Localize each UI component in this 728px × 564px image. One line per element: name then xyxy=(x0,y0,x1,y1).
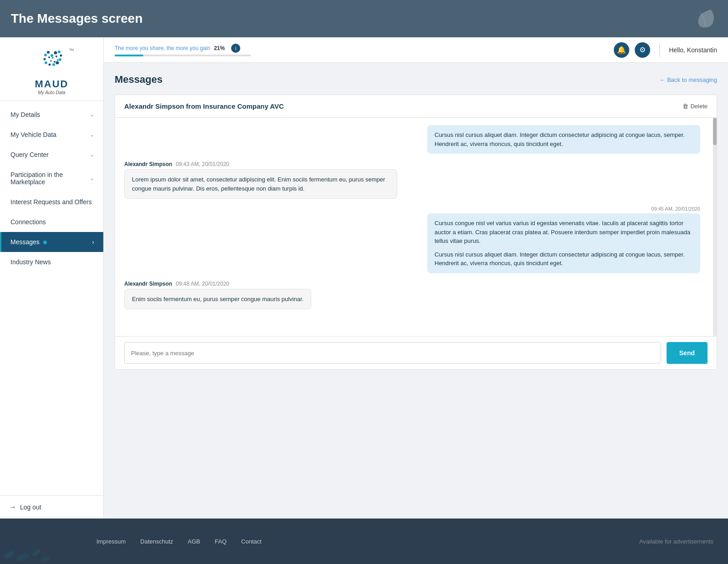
chevron-down-icon: ⌄ xyxy=(90,175,94,181)
message-outgoing-1: Cursus nisl cursus aliquet diam. Integer… xyxy=(124,125,708,154)
message-incoming-1: Alexandr Simpson 09:43 AM, 20/01/2020 Lo… xyxy=(124,161,708,199)
sidebar-item-messages[interactable]: Messages › xyxy=(0,232,103,252)
sidebar: TM MAUD xyxy=(0,37,104,519)
settings-button[interactable]: ⚙ xyxy=(635,42,650,58)
chat-area: Cursus nisl cursus aliquet diam. Integer… xyxy=(115,118,717,336)
msg-time-1: 09:43 AM, 20/01/2020 xyxy=(176,161,229,167)
outgoing-bubble-2: Cursus congue nisl vel varius varius id … xyxy=(427,213,700,273)
messages-header: Messages ← Back to messaging xyxy=(115,74,717,86)
send-button[interactable]: Send xyxy=(667,342,708,364)
svg-text:TM: TM xyxy=(69,48,74,51)
message-outgoing-2: 09:45 AM, 20/01/2020 Cursus congue nisl … xyxy=(124,206,708,273)
svg-point-5 xyxy=(59,58,61,61)
svg-point-17 xyxy=(50,60,52,62)
sidebar-item-query-center[interactable]: Query Center ⌄ xyxy=(0,145,103,165)
chevron-right-icon: › xyxy=(92,238,94,246)
trash-icon: 🗑 xyxy=(682,103,688,110)
scrollbar[interactable] xyxy=(713,118,717,336)
incoming-bubble-2: Enim sociis fermentum eu, purus semper c… xyxy=(124,289,311,310)
svg-point-22 xyxy=(11,542,21,550)
svg-point-2 xyxy=(54,51,57,55)
top-bar: The more you share, the more you gain 21… xyxy=(104,37,728,63)
chevron-down-icon: ⌄ xyxy=(90,151,94,158)
notifications-button[interactable]: 🔔 xyxy=(614,42,629,58)
incoming-bubble-1: Lorem ipsum dolor sit amet, consectetur … xyxy=(124,169,397,199)
footer-link-faq[interactable]: FAQ xyxy=(215,538,227,545)
svg-point-19 xyxy=(3,550,15,560)
progress-percent: 21% xyxy=(214,45,225,51)
sidebar-item-my-details[interactable]: My Details ⌄ xyxy=(0,105,103,125)
progress-label-text: The more you share, the more you gain xyxy=(115,45,210,51)
logo-brand-text: MAUD xyxy=(35,78,69,90)
chevron-down-icon: ⌄ xyxy=(90,111,94,118)
message-input[interactable] xyxy=(124,342,661,364)
sidebar-logo-area: TM MAUD xyxy=(0,37,103,101)
sidebar-logo: TM xyxy=(29,46,75,78)
outgoing-bubble-1: Cursus nisl cursus aliquet diam. Integer… xyxy=(427,125,700,154)
svg-point-10 xyxy=(43,58,46,60)
sender-name-1: Alexandr Simpson xyxy=(124,161,172,167)
svg-point-18 xyxy=(48,56,50,58)
svg-point-8 xyxy=(48,64,51,66)
svg-point-24 xyxy=(40,556,51,563)
sidebar-item-interest-requests[interactable]: Interest Requests and Offers xyxy=(0,192,103,212)
footer-link-agb[interactable]: AGB xyxy=(188,538,200,545)
svg-point-7 xyxy=(52,63,55,66)
thread-from-label: Alexandr Simpson from Insurance Company … xyxy=(124,102,284,110)
footer-link-datenschutz[interactable]: Datenschutz xyxy=(140,538,173,545)
back-to-messaging-link[interactable]: ← Back to messaging xyxy=(660,76,717,83)
svg-point-16 xyxy=(54,61,56,63)
messages-title: Messages xyxy=(115,74,162,86)
thread-header: Alexandr Simpson from Insurance Company … xyxy=(115,95,717,118)
msg-time-3: 09:48 AM, 20/01/2020 xyxy=(176,281,229,287)
svg-point-15 xyxy=(57,59,59,61)
svg-point-11 xyxy=(44,54,47,56)
top-bar-actions: 🔔 ⚙ Hello, Konstantin xyxy=(614,42,717,58)
logo-sub-text: My Auto Data xyxy=(38,90,65,95)
svg-point-14 xyxy=(56,55,57,57)
scrollbar-thumb xyxy=(713,118,717,145)
msg-time-2: 09:45 AM, 20/01/2020 xyxy=(651,206,700,212)
gear-icon: ⚙ xyxy=(639,45,646,54)
footer-ads-text: Available for advertisements xyxy=(639,538,713,545)
message-incoming-2: Alexandr Simpson 09:48 AM, 20/01/2020 En… xyxy=(124,281,708,310)
footer-links: Impressum Datenschutz AGB FAQ Contact xyxy=(96,538,262,545)
svg-point-20 xyxy=(15,552,30,563)
content-area: The more you share, the more you gain 21… xyxy=(104,37,728,519)
svg-point-4 xyxy=(60,55,62,57)
sidebar-item-connections[interactable]: Connections xyxy=(0,212,103,232)
svg-point-21 xyxy=(31,548,41,558)
main-layout: TM MAUD xyxy=(0,37,728,519)
footer-link-contact[interactable]: Contact xyxy=(241,538,262,545)
header-leaf-icon xyxy=(693,6,717,31)
svg-point-1 xyxy=(51,54,53,57)
sidebar-item-my-vehicle-data[interactable]: My Vehicle Data ⌄ xyxy=(0,125,103,145)
page-title: The Messages screen xyxy=(11,11,143,26)
progress-bar xyxy=(115,55,251,56)
sidebar-item-industry-news[interactable]: Industry News xyxy=(0,252,103,272)
messages-badge xyxy=(43,241,47,244)
info-icon[interactable]: i xyxy=(231,44,240,53)
bell-icon: 🔔 xyxy=(617,45,626,54)
messages-content: Messages ← Back to messaging Alexandr Si… xyxy=(104,63,728,519)
svg-point-3 xyxy=(58,50,61,53)
progress-bar-fill xyxy=(115,55,143,56)
logout-icon: → xyxy=(9,503,16,511)
svg-point-6 xyxy=(56,61,59,65)
top-header: The Messages screen xyxy=(0,0,728,37)
svg-point-12 xyxy=(47,51,50,54)
sender-name-2: Alexandr Simpson xyxy=(124,281,172,287)
svg-point-9 xyxy=(45,61,47,64)
sidebar-nav: My Details ⌄ My Vehicle Data ⌄ Query Cen… xyxy=(0,101,103,495)
message-input-area: Send xyxy=(115,336,717,369)
logout-button[interactable]: → Log out xyxy=(0,495,103,519)
footer-link-impressum[interactable]: Impressum xyxy=(96,538,126,545)
svg-point-13 xyxy=(52,57,54,59)
hello-text: Hello, Konstantin xyxy=(669,46,717,54)
sidebar-item-participation[interactable]: Participation in the Marketplace ⌄ xyxy=(0,165,103,192)
message-thread: Alexandr Simpson from Insurance Company … xyxy=(115,95,717,370)
footer: Impressum Datenschutz AGB FAQ Contact Av… xyxy=(0,519,728,564)
footer-decoration xyxy=(0,519,73,564)
delete-button[interactable]: 🗑 Delete xyxy=(682,103,708,110)
chevron-down-icon: ⌄ xyxy=(90,131,94,138)
